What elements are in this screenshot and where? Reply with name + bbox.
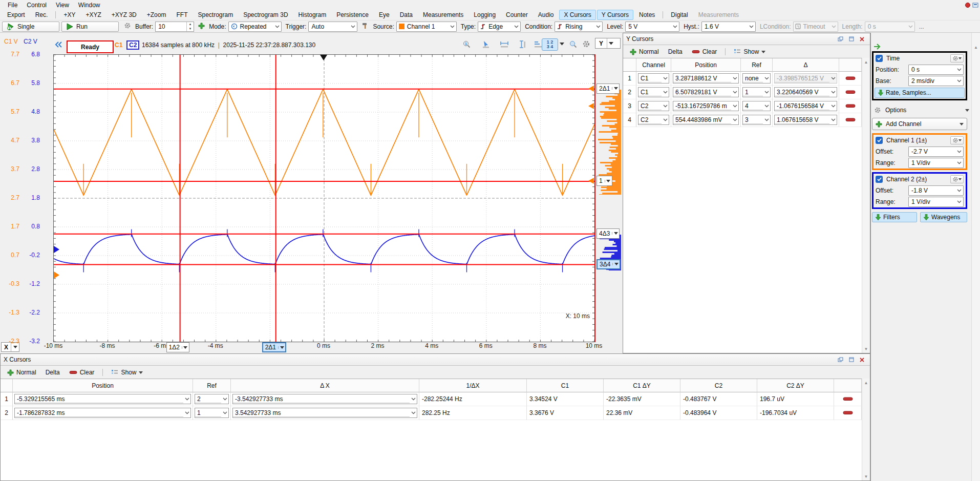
- x-cursor-delta-combo[interactable]: 3.542927733 ms: [232, 408, 417, 418]
- tray-device-icon[interactable]: [972, 2, 979, 8]
- maximize-panel-icon[interactable]: [846, 35, 856, 44]
- y-cursor-channel-combo[interactable]: C2: [638, 115, 669, 125]
- y-add-normal-button[interactable]: Normal: [626, 47, 663, 56]
- trigger-combo[interactable]: Auto: [308, 22, 357, 32]
- channel2-checkbox[interactable]: [876, 176, 883, 183]
- dropdown-arrow-icon[interactable]: [182, 346, 189, 349]
- time-position-combo[interactable]: 0 s: [908, 65, 964, 75]
- time-checkbox[interactable]: [876, 55, 883, 62]
- float-panel-icon[interactable]: [836, 35, 845, 44]
- x-add-normal-button[interactable]: Normal: [4, 368, 40, 377]
- hysteresis-combo[interactable]: 1.6 V: [701, 22, 756, 32]
- maximize-panel-icon[interactable]: [846, 355, 856, 364]
- rate-samples-button[interactable]: Rate, Samples...: [875, 88, 965, 98]
- x-cursor-flag-1Δ2[interactable]: 1Δ2: [166, 342, 189, 352]
- y-cursor-delta-combo[interactable]: 3.220640569 V: [774, 87, 837, 97]
- length-combo[interactable]: 0 s: [865, 22, 915, 32]
- y-cursor-ref-combo[interactable]: 4: [742, 101, 771, 111]
- tab-histogram[interactable]: Histogram: [294, 10, 331, 20]
- time-gear-button[interactable]: [950, 54, 964, 62]
- x-cursor-flag-2Δ1[interactable]: 2Δ1: [262, 342, 286, 352]
- x-cursor-position-combo[interactable]: -5.329215565 ms: [14, 394, 191, 404]
- channel2-offset-combo[interactable]: -1.8 V: [908, 185, 964, 196]
- channel1-zero-marker[interactable]: [54, 271, 59, 279]
- tab-export[interactable]: Export: [3, 10, 30, 20]
- y-cursor-flag-2Δ1[interactable]: 2Δ1: [596, 83, 620, 94]
- y-cursor-flag-4Δ3[interactable]: 4Δ3: [596, 228, 620, 239]
- channel2-zero-marker[interactable]: [54, 246, 59, 253]
- x-cursor-delta-combo[interactable]: -3.542927733 ms: [232, 394, 417, 404]
- c1-cursor-handle[interactable]: [588, 178, 594, 184]
- y-cursor-delta-combo[interactable]: 1.067615658 V: [774, 115, 837, 125]
- y-cursor-flag-3Δ4[interactable]: 3Δ4: [596, 259, 621, 269]
- tab-persistence[interactable]: Persistence: [332, 10, 373, 20]
- menu-window[interactable]: Window: [74, 1, 105, 9]
- tab-audio[interactable]: Audio: [534, 10, 559, 20]
- y-clear-button[interactable]: Clear: [688, 47, 721, 56]
- delete-cursor-button[interactable]: [845, 75, 856, 82]
- menu-view[interactable]: View: [51, 1, 74, 9]
- y-table-scrollbar[interactable]: ▲▼: [862, 58, 870, 353]
- tab-eye[interactable]: Eye: [374, 10, 394, 20]
- filters-button[interactable]: Filters: [872, 212, 917, 222]
- y-cursor-position-combo[interactable]: 554.4483986 mV: [673, 115, 739, 125]
- delete-cursor-button[interactable]: [843, 395, 853, 403]
- buffer-spinner[interactable]: 10 ▲▼: [155, 22, 194, 32]
- x-cursor-position-combo[interactable]: -1.786287832 ms: [14, 408, 191, 418]
- expand-right-icon[interactable]: [873, 43, 881, 52]
- dropdown-arrow-icon[interactable]: [612, 87, 619, 90]
- tab-rec-[interactable]: Rec.: [31, 10, 53, 20]
- tab-digital[interactable]: Digital: [666, 10, 692, 20]
- trigger-level-marker[interactable]: [588, 103, 594, 109]
- y-cursor-flag-1[interactable]: 1: [596, 176, 612, 186]
- x-cursor-ref-combo[interactable]: 2: [195, 394, 229, 404]
- channel1-range-combo[interactable]: 1 V/div: [908, 158, 964, 168]
- x-clear-button[interactable]: Clear: [66, 368, 98, 377]
- dropdown-arrow-icon[interactable]: [612, 232, 619, 235]
- run-button[interactable]: Run: [61, 22, 119, 32]
- tab--xyz-3d[interactable]: +XYZ 3D: [107, 10, 141, 20]
- channel2-range-combo[interactable]: 1 V/div: [908, 197, 964, 207]
- options-row[interactable]: Options: [872, 104, 971, 116]
- wavegens-button[interactable]: Wavegens: [920, 212, 967, 222]
- channel1-offset-combo[interactable]: -2.7 V: [908, 147, 964, 157]
- y-cursor-position-combo[interactable]: 6.507829181 V: [673, 87, 739, 97]
- x-add-delta-button[interactable]: Delta: [42, 368, 63, 377]
- y-cursor-position-combo[interactable]: -513.167259786 m: [673, 101, 739, 111]
- y-cursor-position-combo[interactable]: 3.287188612 V: [673, 73, 739, 83]
- menu-control[interactable]: Control: [22, 1, 51, 9]
- buffer-gear-icon[interactable]: [124, 22, 131, 31]
- y-cursor-delta-combo[interactable]: -1.0676156584 V: [774, 101, 837, 111]
- lcondition-combo[interactable]: Timeout: [793, 22, 838, 32]
- source-combo[interactable]: Channel 1: [396, 22, 457, 32]
- c1-cursor-handle[interactable]: [588, 86, 594, 92]
- tab-spectrogram-3d[interactable]: Spectrogram 3D: [239, 10, 292, 20]
- tab-spectrogram[interactable]: Spectrogram: [193, 10, 238, 20]
- float-panel-icon[interactable]: [836, 355, 845, 364]
- tab-notes[interactable]: Notes: [634, 10, 659, 20]
- tab-logging[interactable]: Logging: [469, 10, 500, 20]
- trigger-position-marker[interactable]: [320, 55, 327, 60]
- dropdown-arrow-icon[interactable]: [612, 263, 620, 265]
- x-show-button[interactable]: Show: [108, 368, 146, 377]
- sidebar-scrollbar[interactable]: ▲: [971, 33, 980, 481]
- channel1-gear-button[interactable]: [950, 136, 964, 144]
- y-cursor-channel-combo[interactable]: C1: [638, 87, 669, 97]
- y-cursor-ref-combo[interactable]: none: [742, 73, 771, 83]
- y-add-delta-button[interactable]: Delta: [665, 47, 686, 56]
- spinner-arrows[interactable]: ▲▼: [186, 22, 194, 31]
- tab-data[interactable]: Data: [395, 10, 417, 20]
- tab-fft[interactable]: FFT: [172, 10, 192, 20]
- tab--xy[interactable]: +XY: [59, 10, 80, 20]
- delete-cursor-button[interactable]: [845, 89, 856, 96]
- level-combo[interactable]: 5 V: [625, 22, 679, 32]
- x-table-scrollbar[interactable]: ▲▼: [862, 379, 870, 480]
- single-button[interactable]: 1 Single: [2, 22, 59, 32]
- delete-cursor-button[interactable]: [843, 409, 853, 416]
- waveform-plot[interactable]: [53, 54, 595, 342]
- add-channel-button[interactable]: Add Channel: [872, 118, 967, 130]
- tab-measurements[interactable]: Measurements: [694, 10, 743, 20]
- y-cursor-ref-combo[interactable]: 3: [742, 115, 771, 125]
- y-cursor-ref-combo[interactable]: 1: [742, 87, 771, 97]
- tab-y-cursors[interactable]: Y Cursors: [597, 10, 633, 20]
